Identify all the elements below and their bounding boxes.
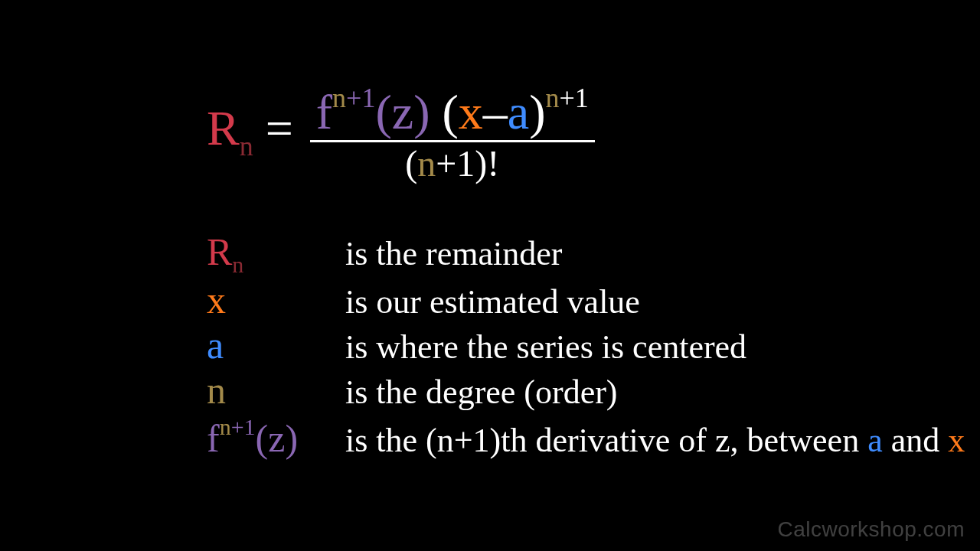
legend-row-derivative: fn+1(z) is the (n+1)th derivative of z, …	[207, 413, 965, 461]
legend-row-n: n is the degree (order)	[207, 368, 965, 413]
den-close-paren-factorial: )!	[475, 143, 499, 184]
symbol-f: f	[316, 85, 332, 139]
legend-row-remainder: Rn is the remainder	[207, 230, 965, 278]
legend-symbol-Rn: Rn	[207, 230, 337, 278]
legend-symbol-a: a	[207, 323, 337, 368]
legend-R-sub: n	[232, 252, 243, 277]
legend-n: n	[207, 369, 226, 412]
den-n: n	[417, 143, 436, 184]
legend-symbol-x: x	[207, 278, 337, 323]
legend-f-arg: (z)	[256, 417, 299, 460]
sup-plus1: +1	[346, 83, 375, 113]
legend-desc-n: is the degree (order)	[337, 373, 617, 411]
f-superscript: n+1	[332, 83, 375, 113]
legend-and: and	[883, 422, 949, 459]
symbol-a: a	[508, 85, 529, 139]
slide-canvas: { "watermark": "Calcworkshop.com", "form…	[0, 0, 980, 551]
legend-desc-a: is where the series is centered	[337, 328, 746, 366]
legend-f-sup: n+1	[220, 414, 256, 439]
remainder-formula: Rn = fn+1(z) (x–a)n+1 (n+1)!	[207, 84, 599, 182]
legend-symbol-n: n	[207, 368, 337, 413]
legend-symbol-fn1z: fn+1(z)	[207, 413, 337, 461]
minus-sign: –	[483, 85, 508, 139]
legend-desc-deriv-main: (n+1)th derivative of z, between	[426, 422, 867, 459]
legend: Rn is the remainder x is our estimated v…	[207, 230, 965, 461]
legend-row-x: x is our estimated value	[207, 278, 965, 323]
den-plus1: +1	[436, 143, 475, 184]
legend-x: x	[207, 279, 226, 321]
legend-desc-x: is our estimated value	[337, 283, 640, 321]
outer-sup-n: n	[545, 83, 559, 113]
legend-f: f	[207, 417, 220, 460]
symbol-R: R	[207, 101, 240, 155]
fraction-numerator: fn+1(z) (x–a)n+1	[310, 84, 595, 137]
legend-x-inline: x	[948, 422, 965, 459]
legend-f-sup-plus1: +1	[231, 414, 256, 439]
sup-n: n	[332, 83, 346, 113]
symbol-x: x	[459, 85, 483, 139]
equals-sign: =	[266, 101, 305, 155]
close-paren: )	[529, 85, 545, 139]
fraction-denominator: (n+1)!	[310, 145, 595, 182]
den-open-paren: (	[405, 143, 417, 184]
watermark: Calcworkshop.com	[777, 517, 965, 542]
legend-row-a: a is where the series is centered	[207, 323, 965, 368]
legend-desc-remainder: is the remainder	[337, 235, 562, 272]
fraction: fn+1(z) (x–a)n+1 (n+1)!	[310, 84, 595, 182]
legend-a-inline: a	[867, 422, 883, 459]
symbol-R-subscript-n: n	[240, 131, 253, 161]
outer-sup-plus1: +1	[559, 83, 588, 113]
open-paren: (	[442, 85, 458, 139]
f-argument-z: (z)	[375, 85, 430, 139]
legend-R: R	[207, 230, 232, 273]
outer-superscript: n+1	[545, 83, 588, 113]
legend-a: a	[207, 324, 224, 367]
legend-f-sup-n: n	[220, 414, 231, 439]
legend-desc-deriv-pre: is the	[337, 422, 426, 459]
fraction-bar	[310, 140, 595, 142]
